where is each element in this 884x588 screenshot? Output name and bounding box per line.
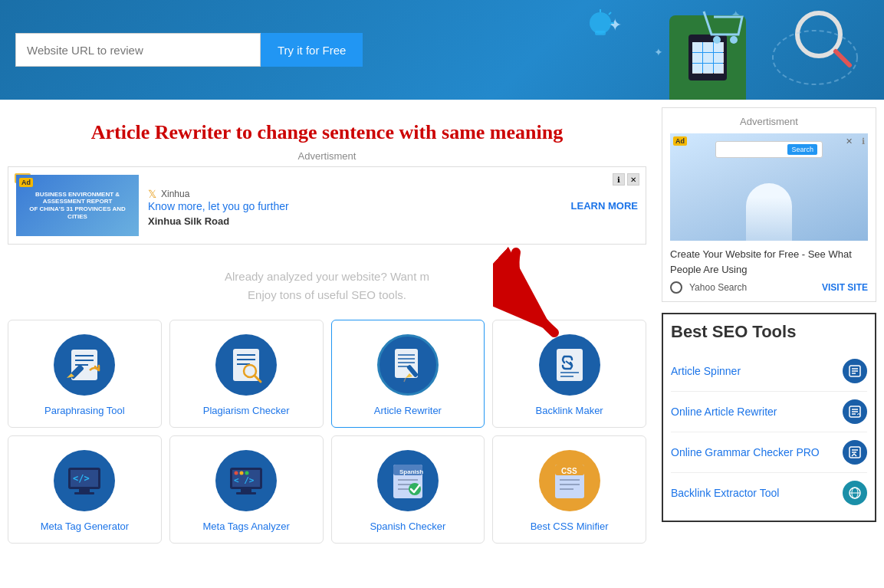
svg-rect-54 xyxy=(79,489,90,492)
ad-learn-more[interactable]: LEARN MORE xyxy=(571,200,638,212)
seo-tool-backlink-extractor[interactable]: Backlink Extractor Tool xyxy=(671,473,867,513)
svg-point-17 xyxy=(713,36,721,44)
sidebar-ad-figure xyxy=(746,145,792,241)
ad-content: 𝕏 Xinhua Know more, let you go further X… xyxy=(148,185,562,227)
sidebar-ad-footer: Yahoo Search VISIT SITE xyxy=(670,281,868,294)
ad-title: Know more, let you go further xyxy=(148,200,562,212)
tool-card-article-rewriter[interactable]: Article Rewriter xyxy=(331,320,485,428)
tool-card-css[interactable]: CSS Best CSS Minifier xyxy=(492,435,646,544)
metatag-svg: </> xyxy=(65,462,104,500)
main-container: Article Rewriter to change sentence with… xyxy=(0,100,884,559)
css-label: Best CSS Minifier xyxy=(501,521,638,532)
svg-rect-55 xyxy=(74,492,94,494)
ad-label-main: Advertisment xyxy=(8,150,646,162)
sidebar-ad-title: Advertisment xyxy=(670,116,868,127)
svg-rect-14 xyxy=(714,64,724,74)
dashed-circle xyxy=(769,23,861,92)
svg-point-19 xyxy=(773,31,857,84)
figure-body xyxy=(746,183,792,241)
tool-card-meta-analyzer[interactable]: < /> Meta Tags Analyzer xyxy=(169,435,324,544)
sidebar-ad-image: Ad Search ✕ ℹ xyxy=(670,133,868,241)
sidebar-ad-searchbar: Search xyxy=(715,141,823,158)
seo-tool-grammar[interactable]: Online Grammar Checker PRO xyxy=(671,432,867,473)
seo-tool-label-0: Article Spinner xyxy=(671,365,741,377)
spanish-label: Spanish Checker xyxy=(340,521,477,532)
tool-card-spanish[interactable]: Spanish Spanish Checker xyxy=(331,435,485,544)
sparkle-icon-2: ✦ xyxy=(654,46,663,58)
seo-tools-title: Best SEO Tools xyxy=(671,322,867,342)
svg-point-63 xyxy=(245,471,249,475)
sidebar-ad-x-btn[interactable]: ✕ xyxy=(846,136,853,146)
try-free-button[interactable]: Try it for Free xyxy=(261,33,363,67)
meta-analyzer-svg: < /> xyxy=(227,462,265,500)
svg-rect-59 xyxy=(241,489,251,492)
tools-grid-row2: </> Meta Tag Generator xyxy=(8,435,646,544)
page-title: Article Rewriter to change sentence with… xyxy=(8,121,646,144)
tool-card-metatag[interactable]: </> Meta Tag Generator xyxy=(8,435,162,544)
analyzed-section: Already analyzed your website? Want m En… xyxy=(8,252,646,312)
seo-tool-article-rewriter[interactable]: Online Article Rewriter xyxy=(671,392,867,432)
seo-tool-label-2: Online Grammar Checker PRO xyxy=(671,446,820,458)
red-arrow xyxy=(493,245,585,347)
svg-line-47 xyxy=(404,378,406,382)
backlink-svg xyxy=(550,346,589,384)
svg-point-18 xyxy=(730,36,738,44)
sidebar-ad-search-btn: Search xyxy=(787,144,817,155)
seo-tool-article-spinner[interactable]: Article Spinner xyxy=(671,351,867,392)
plagiarism-label: Plagiarism Checker xyxy=(178,405,315,416)
article-rewriter-icon-circle xyxy=(377,334,439,396)
plagiarism-icon-circle xyxy=(215,334,277,396)
header: Try it for Free ✦ ✦ ✦ xyxy=(0,0,884,100)
svg-rect-10 xyxy=(703,53,713,63)
svg-text:</>: </> xyxy=(73,473,90,484)
svg-text:CSS: CSS xyxy=(561,467,577,475)
sidebar-ad-source: Yahoo Search xyxy=(670,281,747,294)
article-rewriter-svg xyxy=(389,346,427,384)
tool-card-plagiarism[interactable]: Plagiarism Checker xyxy=(169,320,324,428)
svg-rect-11 xyxy=(714,53,724,63)
visit-site-button[interactable]: VISIT SITE xyxy=(822,282,868,293)
lightbulb-icon xyxy=(585,8,616,46)
ad-subtitle: Xinhua Silk Road xyxy=(148,215,562,227)
svg-rect-12 xyxy=(692,64,702,74)
xinhua-logo-icon: 𝕏 xyxy=(148,188,156,200)
ad-image: BUSINESS ENVIRONMENT &ASSESSMENT REPORTO… xyxy=(16,175,139,236)
globe-icon xyxy=(670,281,682,294)
meta-analyzer-label: Meta Tags Analyzer xyxy=(178,521,315,532)
backlink-icon-circle xyxy=(539,334,600,396)
paraphrasing-icon-circle xyxy=(54,334,115,396)
svg-rect-13 xyxy=(703,64,713,74)
ad-logo: 𝕏 Xinhua xyxy=(148,188,562,200)
sidebar-ad-image-inner: Ad Search ✕ ℹ xyxy=(670,133,868,241)
ad-controls: ℹ ✕ xyxy=(613,173,639,186)
url-input[interactable] xyxy=(15,33,261,67)
sidebar-ad-badge: Ad xyxy=(673,136,687,146)
seo-tool-label-1: Online Article Rewriter xyxy=(671,406,777,418)
article-rewriter-label: Article Rewriter xyxy=(340,405,477,416)
backlink-label: Backlink Maker xyxy=(501,405,638,416)
css-svg: CSS xyxy=(550,462,589,500)
header-decoration: ✦ ✦ ✦ xyxy=(501,0,884,100)
spanish-svg: Spanish xyxy=(389,462,427,500)
seo-tool-icon-2 xyxy=(843,440,867,465)
metatag-icon-circle: </> xyxy=(54,450,115,511)
seo-tool-icon-1 xyxy=(843,399,867,424)
css-icon-circle: CSS xyxy=(539,450,600,511)
sidebar-ad: Advertisment Ad Search ✕ ℹ C xyxy=(662,107,876,302)
sidebar-ad-info-btn[interactable]: ℹ xyxy=(862,136,865,146)
header-search-area: Try it for Free xyxy=(15,33,363,67)
xinhua-logo-text: Xinhua xyxy=(161,189,189,199)
ad-banner: Ad BUSINESS ENVIRONMENT &ASSESSMENT REPO… xyxy=(8,166,646,245)
seo-tools-box: Best SEO Tools Article Spinner Online Ar… xyxy=(662,313,876,522)
svg-text:Spanish: Spanish xyxy=(399,468,423,475)
sidebar-ad-body: Create Your Website for Free - See What … xyxy=(670,247,868,277)
svg-rect-21 xyxy=(595,31,606,35)
tool-card-paraphrasing[interactable]: Paraphrasing Tool xyxy=(8,320,162,428)
ad-close-button[interactable]: ✕ xyxy=(627,173,639,186)
metatag-label: Meta Tag Generator xyxy=(16,521,153,532)
seo-tool-label-3: Backlink Extractor Tool xyxy=(671,487,779,499)
ad-source-text: Yahoo Search xyxy=(689,282,747,293)
ad-info-button[interactable]: ℹ xyxy=(613,173,625,186)
spanish-icon-circle: Spanish xyxy=(377,450,439,511)
sidebar: Advertisment Ad Search ✕ ℹ C xyxy=(654,107,884,551)
